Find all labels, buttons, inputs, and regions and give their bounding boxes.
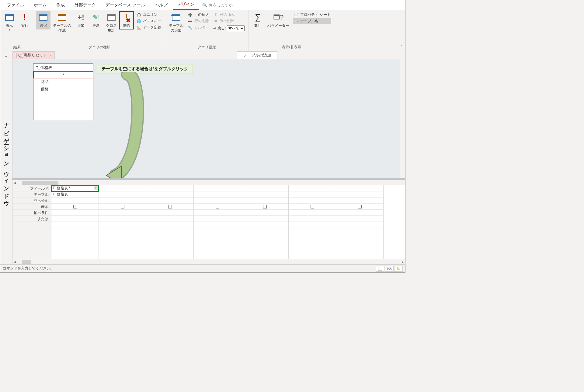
sort-cell[interactable] <box>146 198 193 204</box>
design-view-button[interactable]: 📐 <box>394 266 403 272</box>
menu-create[interactable]: 作成 <box>52 1 69 10</box>
menu-database-tools[interactable]: データベース ツール <box>101 1 149 10</box>
design-vertical-scrollbar[interactable] <box>400 59 405 178</box>
or-cell[interactable] <box>51 216 99 222</box>
menu-file[interactable]: ファイル <box>3 1 28 10</box>
blank-cell[interactable] <box>336 222 383 228</box>
menu-external-data[interactable]: 外部データ <box>70 1 100 10</box>
navigation-pane-collapsed[interactable]: ナビゲーション ウィンドウ <box>0 59 12 264</box>
tell-me-search[interactable]: 🔍 何をしますか <box>200 2 233 8</box>
field-item[interactable]: 商品 <box>33 78 93 85</box>
show-checkbox[interactable] <box>263 205 267 208</box>
blank-cell[interactable] <box>146 234 193 240</box>
blank-cell[interactable] <box>146 228 193 234</box>
table-cell[interactable] <box>289 191 336 198</box>
blank-cell[interactable] <box>194 240 241 246</box>
table-names-button[interactable]: ▭テーブル名 <box>293 18 331 24</box>
nav-pane-toggle[interactable]: » <box>0 53 12 58</box>
passthrough-button[interactable]: 🌐パススルー <box>136 18 162 24</box>
menu-design[interactable]: デザイン <box>173 0 199 10</box>
sql-view-button[interactable]: SQL <box>385 266 394 272</box>
field-cell[interactable] <box>289 185 336 191</box>
blank-cell[interactable] <box>336 228 383 234</box>
query-tab[interactable]: Q_商品リセット × <box>12 51 55 59</box>
sort-cell[interactable] <box>289 198 336 204</box>
criteria-cell[interactable] <box>336 210 383 216</box>
append-button[interactable]: +! 追加 <box>74 11 88 29</box>
show-cell[interactable] <box>146 204 193 210</box>
add-table-button[interactable]: + テーブル の追加 <box>167 11 185 34</box>
close-tab-icon[interactable]: × <box>49 53 51 58</box>
or-cell[interactable] <box>99 216 146 222</box>
table-cell[interactable] <box>194 191 241 198</box>
delete-row-button[interactable]: ➖行の削除 <box>187 18 210 24</box>
field-cell[interactable]: T_価格表.*▾ <box>51 185 99 191</box>
show-cell[interactable] <box>194 204 241 210</box>
run-button[interactable]: ! 実行 <box>17 11 32 29</box>
show-cell[interactable] <box>336 204 383 210</box>
show-cell[interactable] <box>51 204 99 210</box>
table-cell[interactable] <box>336 191 383 198</box>
field-cell[interactable] <box>336 185 383 191</box>
show-cell[interactable] <box>99 204 146 210</box>
insert-col-button[interactable]: ↧列の挿入 <box>213 12 245 18</box>
data-definition-button[interactable]: 📐データ定義 <box>136 25 162 30</box>
or-cell[interactable] <box>289 216 336 222</box>
show-checkbox[interactable] <box>216 205 219 208</box>
blank-cell[interactable] <box>99 228 146 234</box>
or-cell[interactable] <box>336 216 383 222</box>
table-cell[interactable]: T_価格表 <box>51 191 99 198</box>
criteria-cell[interactable] <box>289 210 336 216</box>
blank-cell[interactable] <box>146 240 193 246</box>
criteria-cell[interactable] <box>51 210 99 216</box>
or-cell[interactable] <box>194 216 241 222</box>
make-table-button[interactable]: テーブルの 作成 <box>51 11 73 34</box>
property-sheet-button[interactable]: 📄プロパティ シート <box>293 12 331 18</box>
insert-row-button[interactable]: ➕行の挿入 <box>187 12 210 18</box>
table-cell[interactable] <box>99 191 146 198</box>
show-checkbox[interactable] <box>311 205 314 208</box>
field-item[interactable]: 価格 <box>33 85 93 93</box>
criteria-cell[interactable] <box>99 210 146 216</box>
field-star[interactable]: * <box>33 72 93 78</box>
field-cell[interactable] <box>99 185 146 191</box>
chevron-down-icon[interactable]: ▾ <box>94 186 98 190</box>
blank-cell[interactable] <box>194 228 241 234</box>
criteria-cell[interactable] <box>194 210 241 216</box>
blank-cell[interactable] <box>51 222 99 228</box>
or-cell[interactable] <box>146 216 193 222</box>
blank-cell[interactable] <box>241 240 288 246</box>
add-table-pane-title[interactable]: テーブルの追加 <box>237 51 277 59</box>
show-checkbox[interactable] <box>358 205 362 208</box>
sort-cell[interactable] <box>336 198 383 204</box>
select-query-button[interactable]: 選択 <box>36 11 50 29</box>
view-button[interactable]: 表示 ▾ <box>2 11 17 33</box>
blank-cell[interactable] <box>99 240 146 246</box>
design-surface[interactable]: T_価格表 * 商品 価格 テーブルを空にする場合は*をダブルクリック <box>12 59 405 180</box>
datasheet-view-button[interactable] <box>376 266 384 272</box>
parameters-button[interactable]: 🗔? パラメーター <box>266 11 291 29</box>
table-field-list[interactable]: T_価格表 * 商品 価格 <box>33 64 93 120</box>
menu-help[interactable]: ヘルプ <box>151 1 172 10</box>
grid-horizontal-scrollbar[interactable]: ◂▸ <box>12 259 405 264</box>
show-checkbox[interactable] <box>73 205 77 208</box>
blank-cell[interactable] <box>241 228 288 234</box>
menu-home[interactable]: ホーム <box>30 1 51 10</box>
design-horizontal-scrollbar[interactable]: ◂ <box>12 180 405 185</box>
sort-cell[interactable] <box>194 198 241 204</box>
union-button[interactable]: ◯ユニオン <box>136 12 162 18</box>
blank-cell[interactable] <box>194 234 241 240</box>
blank-cell[interactable] <box>146 222 193 228</box>
blank-cell[interactable] <box>51 228 99 234</box>
blank-cell[interactable] <box>336 240 383 246</box>
delete-query-button[interactable]: !✖ 削除 <box>119 11 134 29</box>
sort-cell[interactable] <box>51 198 99 204</box>
blank-cell[interactable] <box>99 234 146 240</box>
builder-button[interactable]: 🔧ビルダー <box>187 25 210 30</box>
sort-cell[interactable] <box>241 198 288 204</box>
criteria-cell[interactable] <box>146 210 193 216</box>
field-cell[interactable] <box>146 185 193 191</box>
crosstab-button[interactable]: クロス 集計 <box>104 11 119 34</box>
show-cell[interactable] <box>289 204 336 210</box>
table-cell[interactable] <box>241 191 288 198</box>
